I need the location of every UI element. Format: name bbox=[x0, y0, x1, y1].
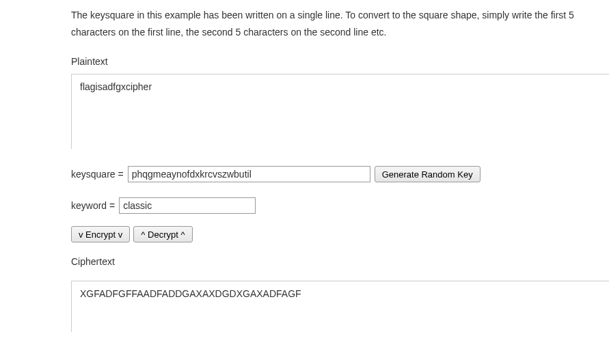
decrypt-button[interactable]: ^ Decrypt ^ bbox=[133, 226, 192, 242]
plaintext-input[interactable] bbox=[71, 74, 609, 149]
keysquare-label: keysquare = bbox=[71, 169, 124, 180]
ciphertext-label: Ciphertext bbox=[71, 256, 609, 267]
plaintext-label: Plaintext bbox=[71, 56, 609, 67]
intro-paragraph: The keysquare in this example has been w… bbox=[71, 7, 609, 41]
keysquare-input[interactable] bbox=[128, 166, 370, 182]
ciphertext-output[interactable] bbox=[71, 281, 609, 332]
encrypt-button[interactable]: v Encrypt v bbox=[71, 226, 130, 242]
keyword-label: keyword = bbox=[71, 200, 115, 211]
keyword-input[interactable] bbox=[119, 197, 256, 214]
generate-random-key-button[interactable]: Generate Random Key bbox=[375, 166, 481, 182]
